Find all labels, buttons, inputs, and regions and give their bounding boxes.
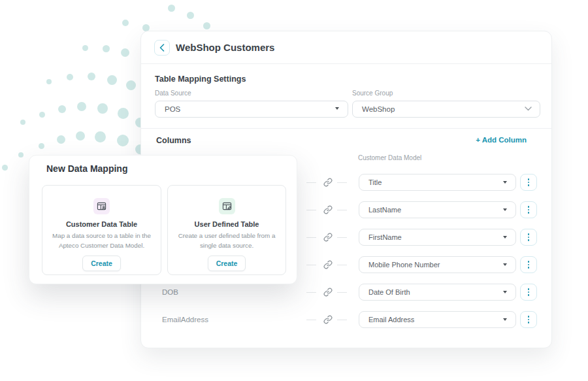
mapping-option-card: Customer Data Table Map a data source to… [42,185,161,275]
decor-dot [88,73,95,80]
decor-dot [76,131,85,141]
model-column-header: Customer Data Model [358,154,421,161]
model-field-select[interactable]: Email Address [359,311,516,328]
back-button[interactable] [154,40,170,56]
create-button[interactable]: Create [208,256,246,271]
select-input[interactable]: POS [155,101,348,118]
decor-dot [95,131,106,142]
columns-heading: Columns [156,136,191,145]
caret-down-icon [503,208,507,211]
link-icon [323,315,333,324]
decor-dot [20,120,25,125]
field-label: Source Group [352,90,540,97]
select-input[interactable]: WebShop [352,101,540,118]
link-icon [323,288,333,297]
model-field-select[interactable]: LastName [359,201,516,218]
select-value: Date Of Birth [368,284,410,300]
connector-line [306,210,316,210]
option-description: Create a user defined table from a singl… [172,231,281,250]
caret-down-icon [335,107,339,110]
mapping-option-card: User Defined Table Create a user defined… [167,185,286,275]
row-menu-button[interactable] [520,201,537,218]
decor-dot [121,48,129,57]
link-icon [323,260,333,269]
page: WebShop Customers Table Mapping Settings… [0,0,588,381]
decor-dot [82,45,88,51]
caret-down-icon [503,236,507,239]
decor-dot [18,152,24,157]
decor-dot [57,135,65,144]
connector-line [337,265,347,265]
model-field-select[interactable]: FirstName [359,229,516,246]
connector-line [337,210,347,210]
connector-line [337,320,347,320]
model-field-select[interactable]: Mobile Phone Number [359,256,516,273]
mapping-row: DOB Date Of Birth [141,284,551,301]
decor-dot [117,135,129,146]
connector-line [337,182,347,183]
decor-dot [118,108,129,119]
caret-down-icon [503,263,507,266]
select-value: FirstName [368,229,402,245]
decor-dot [126,80,136,90]
settings-field: Data Source POS [155,90,348,118]
decor-dot [97,103,108,114]
link-icon [323,233,333,242]
decor-dot [77,102,86,111]
decor-dot [2,165,8,171]
mapping-row: EmailAddress Email Address [141,311,551,328]
row-menu-button[interactable] [520,256,537,273]
caret-down-icon [503,181,507,184]
option-description: Map a data source to a table in the Apte… [48,231,156,250]
select-value: Title [368,174,382,190]
model-field-select[interactable]: Title [359,174,516,191]
connector-line [306,265,316,265]
field-label: Data Source [155,90,348,97]
settings-heading: Table Mapping Settings [155,75,246,84]
decor-dot [142,24,150,31]
connector-line [306,237,316,238]
caret-down-icon [503,318,507,321]
row-menu-button[interactable] [520,174,537,191]
select-value: POS [165,101,180,117]
decor-dot [107,75,117,85]
chevron-left-icon [159,44,165,52]
decor-dot [168,5,175,12]
decor-dot [46,79,52,84]
decor-dot [103,45,110,52]
model-field-select[interactable]: Date Of Birth [359,284,516,301]
option-icon [219,198,235,214]
decor-dot [58,105,66,113]
decor-dot [39,112,45,118]
connector-line [337,237,347,238]
select-value: Email Address [368,312,414,327]
row-menu-button[interactable] [520,311,537,328]
chevron-down-icon [525,107,532,111]
connector-line [306,182,316,183]
decor-dot [187,12,194,19]
option-icon [93,198,110,214]
decor-dot [39,143,44,149]
caret-down-icon [503,291,507,293]
link-icon [323,178,333,187]
settings-field: Source Group WebShop [352,90,540,118]
source-field-label: EmailAddress [162,311,208,328]
create-button[interactable]: Create [82,256,121,271]
select-value: LastName [368,202,401,218]
row-menu-button[interactable] [520,229,537,246]
card-header: WebShop Customers [141,31,551,64]
connector-line [306,320,316,320]
page-title: WebShop Customers [176,31,274,64]
select-value: Mobile Phone Number [368,257,440,273]
option-title: User Defined Table [195,220,259,228]
new-data-mapping-modal: New Data Mapping Customer Data Table Map… [29,155,297,284]
option-title: Customer Data Table [66,220,137,228]
customer-data-table-icon [97,201,106,211]
modal-title: New Data Mapping [46,163,127,174]
row-menu-button[interactable] [520,284,537,301]
decor-dot [122,20,129,26]
add-column-button[interactable]: + Add Column [476,136,527,144]
select-value: WebShop [362,101,395,117]
link-icon [323,205,333,214]
decor-dot [67,74,73,80]
